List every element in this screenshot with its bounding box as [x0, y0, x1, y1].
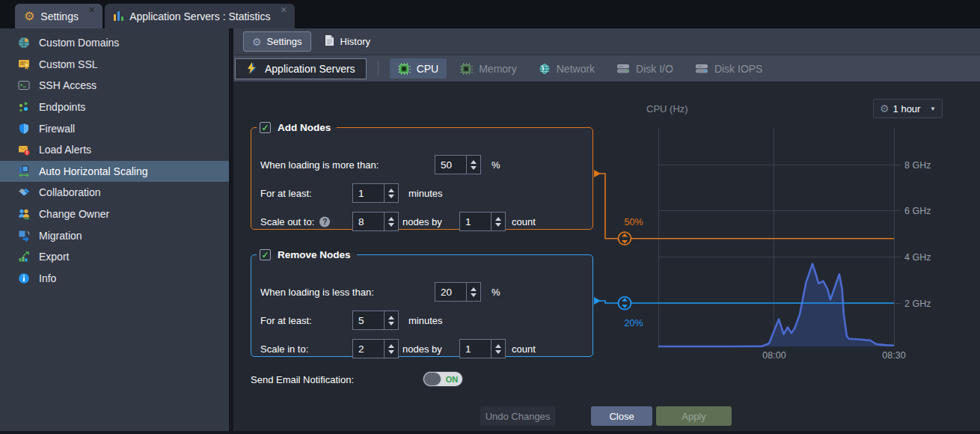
spinner-up-icon[interactable]: [495, 217, 501, 221]
spinner-buttons[interactable]: [384, 311, 398, 329]
sidebar-item-ssh-access[interactable]: SSH Access: [0, 75, 229, 97]
cpu-usage-area: [658, 264, 894, 346]
spinner-up-icon[interactable]: [388, 189, 394, 192]
close-icon[interactable]: ✕: [280, 6, 287, 14]
handshake-icon: [17, 186, 31, 199]
toggle-knob[interactable]: [423, 372, 441, 386]
bar-chart-icon: [114, 11, 123, 21]
stats-tab-label: Disk IOPS: [714, 63, 763, 75]
threshold-handle-50%[interactable]: [619, 232, 631, 245]
sidebar-item-firewall[interactable]: Firewall: [0, 117, 229, 139]
scale-out-label: Scale out to: ?: [260, 216, 330, 227]
spinner-down-icon[interactable]: [471, 166, 477, 170]
spinner-up-icon[interactable]: [471, 160, 477, 164]
stats-tab-cpu[interactable]: CPU: [390, 58, 447, 79]
shield-icon: [17, 122, 31, 135]
count-suffix: count: [512, 216, 536, 227]
remove-loading-label: When loading is less than:: [260, 287, 374, 298]
sidebar-item-auto-horizontal-scaling[interactable]: Auto Horizontal Scaling: [0, 161, 229, 183]
spinner-down-icon[interactable]: [388, 195, 394, 198]
spinner-down-icon[interactable]: [388, 223, 394, 227]
threshold-handle-20%[interactable]: [619, 297, 631, 310]
node-group-label: Application Servers: [265, 63, 355, 75]
spinner-down-icon[interactable]: [388, 350, 394, 354]
y-axis-label: 4 GHz: [904, 252, 931, 263]
sidebar-item-custom-ssl[interactable]: Custom SSL: [0, 54, 229, 76]
sidebar-item-export[interactable]: Export: [0, 246, 229, 268]
chip-green-icon: [398, 63, 411, 75]
apply-button[interactable]: Apply: [656, 406, 732, 426]
stats-tab-memory[interactable]: Memory: [452, 58, 525, 79]
spinner-up-icon[interactable]: [388, 217, 394, 221]
undo-changes-button[interactable]: Undo Changes: [480, 406, 555, 426]
stats-toolbar: Application Servers CPUMemoryNetworkDisk…: [233, 55, 980, 82]
tab-settings[interactable]: ⚙ Settings ✕: [15, 4, 102, 28]
scale-out-count-input[interactable]: 1: [459, 212, 506, 231]
sidebar-item-endpoints[interactable]: Endpoints: [0, 97, 229, 118]
spinner-buttons[interactable]: [466, 156, 480, 174]
spinner-buttons[interactable]: [384, 184, 398, 202]
node-group-selector[interactable]: Application Servers: [235, 58, 367, 79]
sidebar-item-label: Custom Domains: [39, 37, 119, 49]
remove-nodes-section: ✓ Remove Nodes When loading is less than…: [251, 249, 593, 357]
top-tab-bar: ⚙ Settings ✕ Application Servers : Stati…: [0, 0, 980, 28]
history-view-button[interactable]: History: [322, 34, 373, 49]
help-icon[interactable]: ?: [319, 216, 330, 227]
spinner-up-icon[interactable]: [471, 287, 477, 291]
remove-duration-label: For at least:: [260, 315, 312, 326]
add-loading-threshold-input[interactable]: 50: [435, 155, 481, 174]
remove-minutes-input[interactable]: 5: [352, 311, 399, 330]
spinner-buttons[interactable]: [384, 340, 398, 358]
spinner-up-icon[interactable]: [388, 316, 394, 320]
add-nodes-checkbox[interactable]: ✓: [260, 122, 271, 133]
sidebar-item-migration[interactable]: Migration: [0, 224, 229, 246]
stats-tab-network[interactable]: Network: [530, 58, 603, 79]
y-axis-label: 6 GHz: [904, 206, 931, 216]
tab-label: Application Servers : Statistics: [129, 10, 270, 22]
sidebar-item-collaboration[interactable]: Collaboration: [0, 182, 229, 204]
certificate-icon: [17, 58, 31, 70]
sidebar-item-custom-domains[interactable]: Custom Domains: [0, 32, 229, 54]
gear-icon: ⚙: [24, 10, 34, 22]
spinner-down-icon[interactable]: [388, 322, 394, 326]
sidebar-item-label: Export: [39, 251, 69, 263]
email-notification-toggle[interactable]: ON: [423, 371, 463, 387]
disk-io-icon: [616, 64, 630, 74]
spinner-down-icon[interactable]: [471, 293, 477, 297]
spinner-down-icon[interactable]: [495, 350, 501, 354]
add-minutes-input[interactable]: 1: [352, 183, 399, 203]
sidebar-item-label: Auto Horizontal Scaling: [39, 165, 148, 177]
spinner-buttons[interactable]: [491, 213, 505, 230]
remove-loading-threshold-input[interactable]: 20: [435, 282, 481, 302]
close-icon[interactable]: ✕: [88, 6, 95, 14]
stats-tab-disk-i-o[interactable]: Disk I/O: [608, 58, 682, 79]
scale-in-count-input[interactable]: 1: [459, 339, 506, 358]
spinner-down-icon[interactable]: [495, 223, 501, 227]
sidebar-item-info[interactable]: Info: [0, 268, 229, 290]
x-axis-label: 08:30: [882, 350, 905, 361]
spinner-buttons[interactable]: [491, 340, 505, 358]
percent-suffix: %: [491, 287, 500, 298]
scale-in-nodes-input[interactable]: 2: [352, 339, 399, 358]
spinner-buttons[interactable]: [384, 213, 398, 230]
chevron-down-icon: ▼: [930, 106, 936, 112]
add-duration-label: For at least:: [260, 188, 312, 199]
spinner-buttons[interactable]: [466, 283, 480, 301]
tab-statistics[interactable]: Application Servers : Statistics ✕: [105, 4, 295, 28]
interval-dropdown[interactable]: ⚙ 1 hour ▼: [873, 99, 943, 118]
settings-view-button[interactable]: ⚙ Settings: [243, 31, 311, 52]
email-notification-label: Send Email Notification:: [251, 374, 354, 385]
settings-sidebar: Custom DomainsCustom SSLSSH AccessEndpoi…: [0, 28, 229, 431]
sidebar-item-load-alerts[interactable]: Load Alerts: [0, 139, 229, 161]
spinner-up-icon[interactable]: [495, 344, 501, 348]
remove-nodes-title: Remove Nodes: [278, 249, 351, 260]
spinner-up-icon[interactable]: [388, 344, 394, 348]
add-nodes-title: Add Nodes: [278, 122, 331, 133]
terminal-icon: [17, 79, 31, 92]
remove-nodes-checkbox[interactable]: ✓: [260, 249, 271, 260]
stats-tab-disk-iops[interactable]: Disk IOPS: [687, 58, 771, 79]
sidebar-item-change-owner[interactable]: Change Owner: [0, 204, 229, 225]
add-nodes-section: ✓ Add Nodes When loading is more than: 5…: [251, 122, 593, 230]
scale-out-nodes-input[interactable]: 8: [352, 212, 399, 231]
close-button[interactable]: Close: [591, 406, 652, 426]
